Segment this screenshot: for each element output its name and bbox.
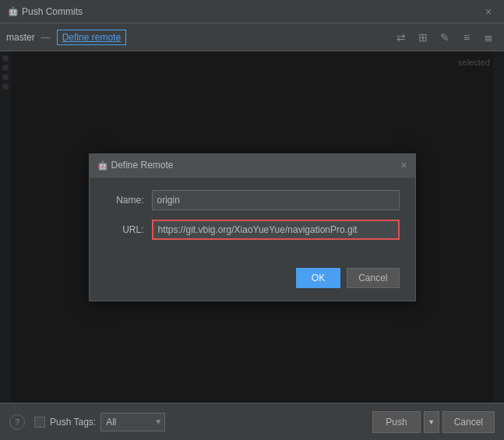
toolbar-icon-edit[interactable]: ✎ [435,28,454,47]
toolbar-icon-list[interactable]: ≡ [457,28,476,47]
push-button[interactable]: Push [372,411,420,433]
main-content: selected 🤖 Define Remote × Name: URL: [0,51,504,403]
dialog-footer: OK Cancel [90,262,415,301]
name-field-row: Name: [105,190,400,210]
push-dropdown-button[interactable]: ▼ [424,411,439,433]
dialog-title: Define Remote [111,160,174,171]
toolbar-icon-swap[interactable]: ⇄ [392,28,411,47]
url-field-row: URL: [105,220,400,240]
name-input[interactable] [152,190,400,210]
window-title: Push Commits [22,6,83,17]
android-icon: 🤖 [8,6,19,17]
modal-overlay: 🤖 Define Remote × Name: URL: OK [0,51,504,403]
push-tags-group: Push Tags: All None Annotated ▼ [34,413,165,431]
tags-select[interactable]: All None Annotated [100,413,165,431]
bottom-bar: ? Push Tags: All None Annotated ▼ Push ▼… [0,403,504,440]
ok-button[interactable]: OK [296,268,340,288]
toolbar-icon-grid[interactable]: ⊞ [414,28,432,47]
dialog-android-icon: 🤖 [97,160,108,171]
define-remote-dialog: 🤖 Define Remote × Name: URL: OK [89,153,416,301]
url-label: URL: [105,224,144,235]
dialog-body: Name: URL: [90,178,415,262]
toolbar-icon-lines[interactable]: ≣ [479,28,498,47]
dash-separator: — [41,32,51,43]
dialog-title-bar: 🤖 Define Remote × [90,154,415,178]
cancel-button[interactable]: Cancel [442,411,495,433]
title-bar: 🤖 Push Commits × [0,0,504,23]
name-label: Name: [105,195,144,206]
toolbar: master — Define remote ⇄ ⊞ ✎ ≡ ≣ [0,23,504,51]
bottom-right-actions: Push ▼ Cancel [372,411,495,433]
push-tags-checkbox[interactable] [34,417,45,428]
dialog-cancel-button[interactable]: Cancel [347,268,399,288]
close-button[interactable]: × [481,4,496,19]
url-input[interactable] [152,220,400,240]
define-remote-button[interactable]: Define remote [57,30,126,45]
dialog-close-button[interactable]: × [400,159,407,171]
push-tags-label: Push Tags: [50,417,96,428]
branch-label: master [6,32,35,43]
tags-select-wrapper: All None Annotated ▼ [100,413,165,431]
help-button[interactable]: ? [9,414,25,430]
